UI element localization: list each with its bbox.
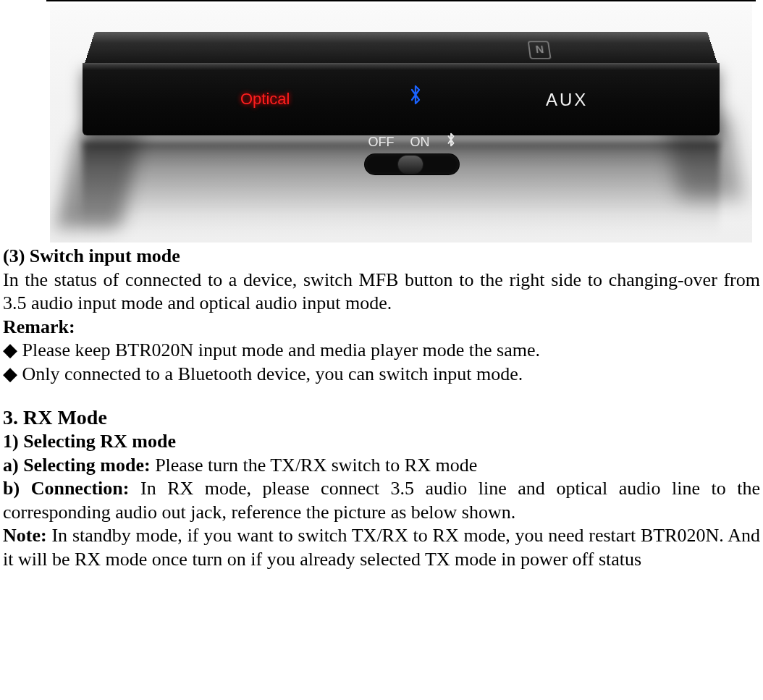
nfc-icon: N — [528, 41, 552, 59]
power-slider — [365, 154, 459, 174]
slider-knob — [398, 156, 423, 173]
label-a: a) Selecting mode: — [3, 455, 155, 476]
text-a: Please turn the TX/RX switch to RX mode — [155, 455, 477, 476]
bluetooth-icon — [408, 85, 423, 111]
remark-bullet-1: Please keep BTR020N input mode and media… — [3, 339, 760, 363]
heading-selecting-rx: 1) Selecting RX mode — [3, 430, 760, 454]
heading-rx-mode: 3. RX Mode — [3, 405, 760, 430]
line-note: Note: In standby mode, if you want to sw… — [3, 524, 760, 571]
label-note: Note: — [3, 525, 51, 546]
remark-bullet-2: Only connected to a Bluetooth device, yo… — [3, 363, 760, 387]
bluetooth-small-icon — [446, 132, 456, 151]
nfc-letter: N — [535, 44, 544, 56]
line-selecting-mode: a) Selecting mode: Please turn the TX/RX… — [3, 454, 760, 478]
photo-frame: N Optical AUX OFF ON — [50, 4, 752, 243]
text-note: In standby mode, if you want to switch T… — [3, 525, 760, 570]
switch-assembly: OFF ON — [343, 132, 481, 183]
device-front-panel: Optical AUX — [83, 63, 720, 135]
optical-label: Optical — [240, 89, 290, 109]
device: N Optical AUX OFF ON — [83, 24, 720, 154]
aux-label: AUX — [546, 89, 588, 111]
switch-off-label: OFF — [368, 134, 395, 151]
heading-switch-input-mode: (3) Switch input mode — [3, 245, 760, 269]
label-b: b) Connection: — [3, 478, 140, 499]
heading-remark: Remark: — [3, 316, 760, 340]
paragraph-switch-input: In the status of connected to a device, … — [3, 269, 760, 316]
switch-labels: OFF ON — [368, 132, 456, 151]
line-connection: b) Connection: In RX mode, please connec… — [3, 477, 760, 524]
document-body: (3) Switch input mode In the status of c… — [1, 245, 762, 575]
switch-on-label: ON — [410, 134, 430, 151]
product-photo: N Optical AUX OFF ON — [46, 4, 756, 243]
top-rule — [46, 0, 756, 1]
